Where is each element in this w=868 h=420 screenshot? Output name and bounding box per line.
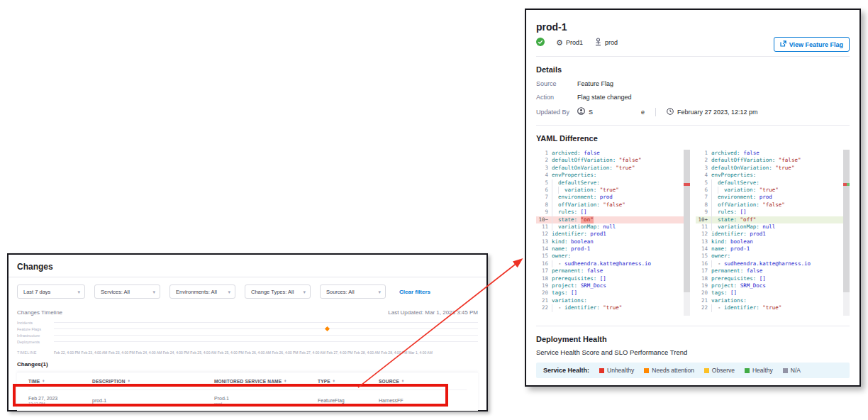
yaml-token: envProperties: — [552, 172, 596, 179]
timeline-tick: Feb 25, 4:00 PM — [218, 350, 244, 355]
updated-by-label: Updated By — [536, 109, 577, 116]
yaml-line: 4envProperties: — [536, 172, 684, 179]
yaml-token: envProperties: — [711, 172, 756, 179]
yaml-line: 15owner: — [696, 253, 843, 260]
sort-icon[interactable]: ▲▼ — [128, 380, 130, 382]
column-header[interactable]: SOURCE▲▼ — [379, 379, 467, 384]
indent-guide — [718, 187, 724, 194]
changes-count: Changes(1) — [9, 355, 486, 372]
clear-filters-link[interactable]: Clear filters — [399, 289, 430, 295]
filter-dropdown[interactable]: Environments: All▾ — [169, 284, 235, 299]
timeline-row: Infrastructure — [17, 332, 478, 338]
yaml-line-number: 4 — [536, 172, 548, 179]
legend-item: N/A — [783, 367, 801, 374]
indent-guide — [552, 187, 558, 194]
yaml-token: sudheendra.katte@harness.io — [724, 260, 811, 267]
changes-timeline-section: Changes Timeline Last Updated: Mar 1, 20… — [9, 305, 486, 355]
timeline-row: Deployments — [17, 338, 478, 345]
yaml-line-number: 13 — [696, 238, 708, 245]
indent-guide — [711, 223, 718, 231]
yaml-line-number: 9 — [696, 209, 708, 216]
yaml-line-number: 13 — [536, 238, 548, 245]
yaml-line-number: 11 — [536, 223, 548, 231]
updated-at-value: February 27 2023, 12:12 pm — [677, 109, 758, 116]
yaml-token: identifier: — [552, 231, 587, 238]
yaml-line-number: 6 — [696, 187, 708, 194]
yaml-line-number: 2 — [536, 157, 548, 164]
yaml-line-number: 8 — [536, 201, 548, 209]
yaml-token: defaultOnVariation: — [711, 165, 772, 172]
column-header[interactable]: DESCRIPTION▲▼ — [92, 379, 214, 384]
yaml-token: [] — [728, 289, 738, 297]
timeline-row-line — [54, 335, 478, 336]
timeline-row-line — [54, 328, 478, 329]
yaml-line: 6variation: "true" — [536, 187, 684, 194]
timeline-axis-label: TIMELINE — [17, 350, 54, 355]
filter-dropdown[interactable]: Last 7 days▾ — [17, 284, 85, 299]
indent-guide — [558, 187, 564, 194]
yaml-token: [] — [568, 289, 578, 297]
column-header[interactable]: TYPE▲▼ — [318, 379, 379, 384]
filter-dropdown[interactable]: Services: All▾ — [94, 284, 160, 299]
indent-guide — [711, 187, 718, 194]
diff-right-scrollbar[interactable] — [843, 150, 850, 316]
yaml-diff-left-pane: 1archived: false2defaultOffVariation: "f… — [536, 150, 690, 316]
yaml-line: 9rules: [] — [696, 209, 843, 216]
legend-color-square — [704, 368, 709, 373]
yaml-line-number: 5 — [536, 179, 548, 187]
action-label: Action — [536, 94, 577, 101]
sort-icon[interactable]: ▲▼ — [284, 380, 286, 382]
yaml-token: "false" — [600, 201, 625, 209]
chevron-down-icon: ▾ — [77, 289, 80, 294]
yaml-line-number: 17 — [696, 267, 708, 275]
filter-dropdown[interactable]: Sources: All▾ — [320, 284, 386, 299]
yaml-line: 11variationMap: null — [536, 223, 684, 231]
yaml-line: 2defaultOffVariation: "false" — [536, 157, 684, 164]
timeline-tick: Feb 24, 4:00 PM — [163, 350, 189, 355]
yaml-token: [] — [577, 209, 587, 216]
yaml-token: kind: — [552, 238, 568, 245]
yaml-line-number: 6 — [536, 187, 548, 194]
legend-label: Unhealthy — [607, 367, 634, 374]
yaml-token: permanent: — [711, 267, 743, 275]
timeline-tick: Feb 26, 4:00 PM — [272, 350, 299, 355]
legend-label: Observe — [712, 367, 735, 374]
yaml-line: 16- sudheendra.katte@harness.io — [696, 260, 843, 267]
yaml-token: project: — [711, 282, 737, 289]
timeline-tick: Feb 23, 4:00 PM — [108, 350, 135, 355]
view-feature-flag-button[interactable]: View Feature Flag — [774, 37, 850, 52]
yaml-line: 19project: SRM_Docs — [536, 282, 684, 289]
yaml-token: state: — [558, 216, 577, 223]
yaml-token: false — [743, 267, 762, 275]
feature-flag-event-marker[interactable] — [325, 326, 330, 331]
yaml-token: SRM_Docs — [577, 282, 606, 289]
yaml-token: boolean — [728, 238, 753, 245]
sort-icon[interactable]: ▲▼ — [42, 380, 45, 382]
legend-label: Healthy — [752, 367, 773, 374]
sort-icon[interactable]: ▲▼ — [333, 380, 335, 382]
diff-removed-mark — [684, 183, 690, 186]
column-header[interactable]: TIME▲▼ — [28, 379, 92, 384]
timeline-tick: Feb 23, 4:00 AM — [82, 350, 108, 355]
timeline-tick: Feb 27, 4:00 PM — [326, 350, 352, 355]
yaml-line: 10+state: "off" — [696, 216, 843, 223]
yaml-line: 18prerequisites: [] — [536, 275, 684, 282]
yaml-token: variationMap: — [558, 223, 600, 231]
environment-chip-label: prod — [605, 39, 618, 46]
timeline-row: Feature Flags — [17, 326, 478, 332]
yaml-line: 14name: prod-1 — [696, 245, 843, 253]
yaml-diff-right-pane: 1archived: false2defaultOffVariation: "f… — [696, 150, 850, 316]
yaml-line: 13kind: boolean — [696, 238, 843, 245]
yaml-line-number: 10+ — [696, 216, 708, 223]
column-header[interactable]: MONITORED SERVICE NAME▲▼ — [214, 379, 318, 384]
sort-icon[interactable]: ▲▼ — [401, 380, 404, 382]
yaml-token: defaultOffVariation: — [711, 157, 775, 164]
yaml-token: [] — [756, 275, 766, 282]
filter-dropdown[interactable]: Change Types: All▾ — [245, 284, 311, 299]
diff-left-scrollbar[interactable] — [684, 150, 690, 316]
yaml-line: 22- identifier: "true" — [536, 304, 684, 311]
yaml-token: "true" — [756, 187, 779, 194]
yaml-token: "on" — [581, 216, 594, 223]
yaml-line: 21variations: — [536, 297, 684, 304]
yaml-line-number: 17 — [536, 267, 548, 275]
